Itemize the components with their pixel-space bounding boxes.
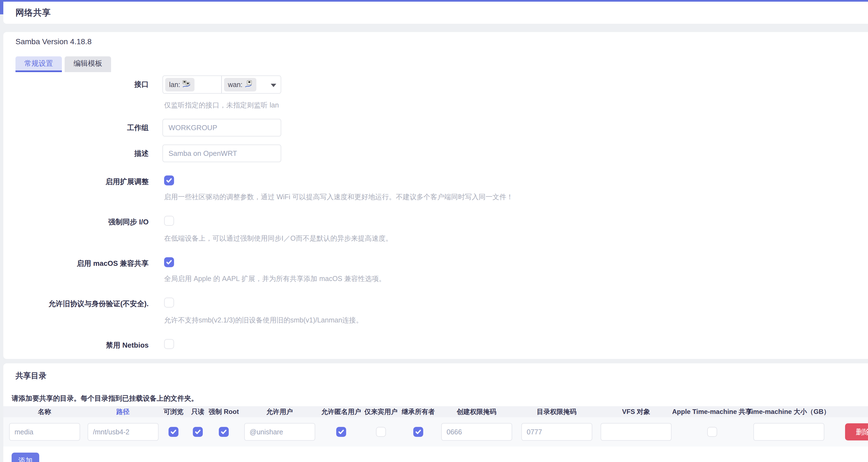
- checkmark-icon: [415, 429, 422, 435]
- page-title: 网络共享: [16, 7, 51, 19]
- macos-shares-checkbox[interactable]: [164, 257, 174, 267]
- guests-only-checkbox[interactable]: [376, 427, 386, 437]
- checkmark-icon: [170, 429, 177, 435]
- form-row-force-sync-io: 强制同步 I/O 在低端设备上，可以通过强制使用同步I／O而不是默认的异步来提高…: [16, 213, 857, 242]
- page-header: 网络共享: [3, 2, 868, 24]
- apple-time-machine-checkbox[interactable]: [707, 427, 717, 437]
- field-label: 启用扩展调整: [16, 173, 149, 186]
- checkmark-icon: [220, 429, 227, 435]
- column-header-readonly: 只读: [191, 407, 205, 416]
- checkmark-icon: [194, 429, 201, 435]
- general-settings-form: 接口 lan:: [16, 75, 857, 350]
- field-label: 允许旧协议与身份验证(不安全).: [16, 295, 149, 308]
- field-hint: 允许不支持smb(v2.1/3)的旧设备使用旧的smb(v1)/Lanman连接…: [164, 316, 363, 324]
- interface-token-label: lan:: [169, 81, 180, 89]
- form-row-description: 描述: [16, 145, 857, 162]
- column-header-name: 名称: [38, 407, 51, 416]
- checkmark-icon: [166, 259, 173, 266]
- field-hint: 启用一些社区驱动的调整参数，通过 WiFi 可以提高写入速度和更好地运行。不建议…: [164, 193, 513, 201]
- column-header-browseable: 可浏览: [163, 407, 183, 416]
- shared-directories-card: 共享目录 请添加要共享的目录。每个目录指到已挂载设备上的文件夹。 名称 路径 可…: [3, 363, 868, 462]
- samba-version-title: Samba Version 4.18.8: [16, 37, 857, 47]
- form-row-interface: 接口 lan:: [16, 75, 857, 109]
- allowed-users-input[interactable]: [244, 423, 315, 441]
- interface-option-lan[interactable]: lan:: [163, 76, 222, 93]
- disable-netbios-checkbox[interactable]: [164, 339, 174, 349]
- tab-general-settings[interactable]: 常规设置: [16, 56, 62, 72]
- column-header-dir-mask: 目录权限掩码: [537, 407, 577, 416]
- lan-interface-icon: [182, 80, 191, 89]
- readonly-checkbox[interactable]: [193, 427, 203, 437]
- column-header-guests-only: 仅来宾用户: [364, 407, 398, 416]
- allow-guests-checkbox[interactable]: [336, 427, 346, 437]
- create-mask-input[interactable]: [441, 423, 512, 441]
- field-label: 接口: [16, 75, 149, 89]
- form-row-legacy-protocols: 允许旧协议与身份验证(不安全). 允许不支持smb(v2.1/3)的旧设备使用旧…: [16, 295, 857, 324]
- dir-mask-input[interactable]: [521, 423, 592, 441]
- checkmark-icon: [338, 429, 344, 435]
- column-header-path[interactable]: 路径: [116, 407, 130, 416]
- force-root-checkbox[interactable]: [219, 427, 229, 437]
- settings-tabs: 常规设置 编辑模板: [16, 56, 857, 72]
- enable-tuning-checkbox[interactable]: [164, 176, 174, 185]
- column-header-apple-time-machine: Apple Time-machine 共享: [672, 407, 752, 416]
- column-header-create-mask: 创建权限掩码: [457, 407, 496, 416]
- column-header-force-root: 强制 Root: [209, 407, 239, 416]
- form-row-enable-tuning: 启用扩展调整 启用一些社区驱动的调整参数，通过 WiFi 可以提高写入速度和更好…: [16, 173, 857, 201]
- form-row-workgroup: 工作组: [16, 119, 857, 136]
- column-header-allow-guests: 允许匿名用户: [321, 407, 361, 416]
- inherit-owner-checkbox[interactable]: [413, 427, 423, 437]
- form-row-disable-netbios: 禁用 Netbios: [16, 336, 857, 350]
- interface-token-label: wan:: [228, 81, 243, 89]
- share-name-input[interactable]: [9, 423, 80, 441]
- delete-share-button[interactable]: 删除: [845, 423, 868, 440]
- field-label: 启用 macOS 兼容共享: [16, 254, 149, 268]
- column-header-inherit-owner: 继承所有者: [402, 407, 435, 416]
- field-hint: 在低端设备上，可以通过强制使用同步I／O而不是默认的异步来提高速度。: [164, 234, 392, 242]
- browseable-checkbox[interactable]: [168, 427, 179, 437]
- column-header-time-machine-size: Time-machine 大小（GB）: [747, 407, 830, 416]
- wan-interface-icon: [245, 80, 252, 89]
- force-sync-io-checkbox[interactable]: [164, 216, 174, 226]
- field-label: 描述: [16, 145, 149, 158]
- shares-section-description: 请添加要共享的目录。每个目录指到已挂载设备上的文件夹。: [3, 394, 868, 403]
- shares-section-title: 共享目录: [3, 371, 868, 381]
- share-table-row: 删除: [3, 417, 868, 446]
- field-hint: 全局启用 Apple 的 AAPL 扩展，并为所有共享添加 macOS 兼容性选…: [164, 274, 386, 283]
- field-hint: 仅监听指定的接口，未指定则监听 lan: [164, 101, 281, 109]
- interface-select[interactable]: lan:: [162, 75, 281, 94]
- field-label: 强制同步 I/O: [16, 213, 149, 226]
- header-accent-corner: [0, 0, 3, 14]
- share-path-input[interactable]: [88, 423, 159, 441]
- legacy-protocols-checkbox[interactable]: [164, 298, 174, 308]
- time-machine-size-input[interactable]: [753, 423, 824, 441]
- column-header-vfs-objects: VFS 对象: [622, 407, 650, 416]
- tab-edit-template[interactable]: 编辑模板: [65, 56, 111, 72]
- vfs-objects-input[interactable]: [600, 423, 672, 441]
- shares-table-header: 名称 路径 可浏览 只读 强制 Root 允许用户 允许匿名用户 仅来宾用户 继…: [3, 406, 868, 417]
- field-label: 工作组: [16, 119, 149, 132]
- chevron-down-icon: [271, 84, 276, 87]
- add-share-button[interactable]: 添加: [11, 453, 39, 462]
- workgroup-input[interactable]: [162, 119, 281, 136]
- description-input[interactable]: [162, 145, 281, 162]
- checkmark-icon: [166, 177, 173, 184]
- column-header-allowed-users: 允许用户: [266, 407, 293, 416]
- field-label: 禁用 Netbios: [16, 336, 149, 349]
- samba-settings-card: Samba Version 4.18.8 常规设置 编辑模板 接口 lan:: [3, 32, 868, 359]
- form-row-macos-shares: 启用 macOS 兼容共享 全局启用 Apple 的 AAPL 扩展，并为所有共…: [16, 254, 857, 283]
